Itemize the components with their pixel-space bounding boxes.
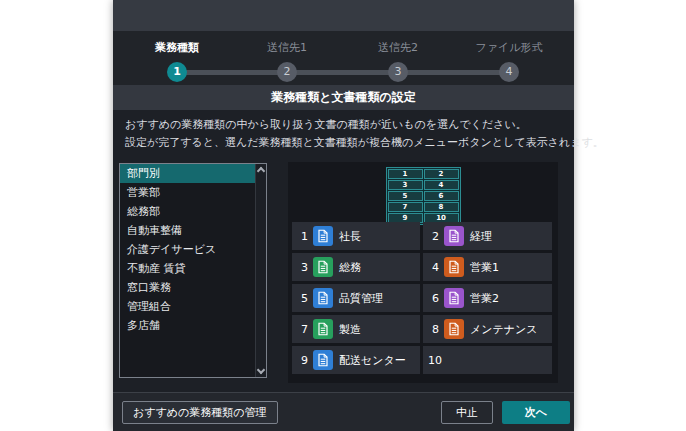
- step-indicator: 業務種類 1 送信先1 2 送信先2 3 ファイル形式 4: [113, 31, 574, 85]
- list-item-category[interactable]: 総務部: [120, 202, 255, 221]
- grid-cell: 5: [388, 191, 423, 201]
- step-label: 送信先1: [232, 40, 342, 55]
- description-line-1: おすすめの業務種類の中から取り扱う文書の種類が近いものを選んでください。: [125, 117, 527, 132]
- grid-cell: 4: [424, 180, 459, 190]
- document-number: 10: [428, 354, 442, 367]
- document-label: 総務: [339, 260, 361, 275]
- document-label: 配送センター: [339, 353, 406, 368]
- scroll-up-icon[interactable]: [257, 167, 265, 175]
- next-button[interactable]: 次へ: [502, 401, 570, 424]
- window-titlebar: [113, 0, 574, 31]
- document-preview-item: 5品質管理: [292, 284, 420, 312]
- grid-cell: 6: [424, 191, 459, 201]
- step-destination-2: 送信先2 3: [343, 31, 453, 55]
- document-icon: [313, 226, 333, 246]
- document-icon: [313, 319, 333, 339]
- document-number: 6: [428, 292, 439, 305]
- document-label: メンテナンス: [470, 322, 538, 337]
- step-label: 送信先2: [343, 40, 453, 55]
- document-icon: [444, 226, 464, 246]
- grid-cell: 3: [388, 180, 423, 190]
- list-item-category[interactable]: 営業部: [120, 183, 255, 202]
- document-label: 社長: [339, 229, 361, 244]
- document-preview-item: 3総務: [292, 253, 420, 281]
- list-item-category[interactable]: 自動車整備: [120, 221, 255, 240]
- document-number: 8: [428, 323, 439, 336]
- document-icon: [313, 257, 333, 277]
- document-preview-item: 6営業2: [423, 284, 552, 312]
- document-label: 経理: [470, 229, 492, 244]
- step-label: 業務種類: [122, 40, 232, 55]
- document-number: 2: [428, 230, 439, 243]
- step-connector-line: [177, 70, 509, 75]
- list-item-category[interactable]: 部門別: [120, 164, 255, 183]
- document-icon: [313, 288, 333, 308]
- list-item-category[interactable]: 多店舗: [120, 316, 255, 335]
- step-number-badge: 2: [277, 62, 297, 82]
- document-icon: [313, 350, 333, 370]
- document-preview-item: 1社長: [292, 222, 420, 250]
- step-file-format: ファイル形式 4: [454, 31, 564, 55]
- document-label: 製造: [339, 322, 361, 337]
- document-preview-item: 4営業1: [423, 253, 552, 281]
- manage-recommended-types-button[interactable]: おすすめの業務種類の管理: [122, 401, 278, 424]
- grid-cell: 8: [424, 202, 459, 212]
- list-item-category[interactable]: 不動産 賃貸: [120, 259, 255, 278]
- document-preview-item: 8メンテナンス: [423, 315, 552, 343]
- document-number: 5: [297, 292, 308, 305]
- cancel-button[interactable]: 中止: [441, 401, 493, 424]
- document-number: 1: [297, 230, 308, 243]
- grid-cell: 1: [388, 169, 423, 179]
- document-number: 4: [428, 261, 439, 274]
- document-label: 品質管理: [339, 291, 383, 306]
- document-preview-item: 9配送センター: [292, 346, 420, 374]
- document-preview-item: 7製造: [292, 315, 420, 343]
- list-item-category[interactable]: 管理組合: [120, 297, 255, 316]
- document-label: 営業2: [470, 291, 499, 306]
- page-title: 業務種類と文書種類の設定: [113, 85, 574, 110]
- document-icon: [444, 319, 464, 339]
- step-destination-1: 送信先1 2: [232, 31, 342, 55]
- document-icon: [444, 257, 464, 277]
- document-icon: [444, 288, 464, 308]
- description-line-2: 設定が完了すると、選んだ業務種類と文書種類が複合機のメニューボタンとして表示され…: [125, 135, 604, 150]
- content-area: おすすめの業務種類の中から取り扱う文書の種類が近いものを選んでください。 設定が…: [113, 110, 574, 392]
- list-item-category[interactable]: 介護デイサービス: [120, 240, 255, 259]
- document-preview-item: 10: [423, 346, 552, 374]
- business-category-list: 部門別 営業部 総務部 自動車整備 介護デイサービス 不動産 賃貸 窓口業務 管…: [119, 163, 267, 378]
- scroll-down-icon[interactable]: [257, 366, 265, 374]
- document-number: 7: [297, 323, 308, 336]
- step-number-badge: 3: [388, 62, 408, 82]
- document-number: 3: [297, 261, 308, 274]
- list-scrollbar[interactable]: [255, 164, 266, 377]
- grid-cell: 7: [388, 202, 423, 212]
- button-layout-preview-grid: 1 2 3 4 5 6 7 8 9 10: [386, 167, 461, 225]
- preview-panel: 1 2 3 4 5 6 7 8 9 10: [288, 162, 558, 383]
- list-item-category[interactable]: 窓口業務: [120, 278, 255, 297]
- step-business-type: 業務種類 1: [122, 31, 232, 55]
- document-label: 営業1: [470, 260, 499, 275]
- document-preview-item: 2経理: [423, 222, 552, 250]
- step-number-badge: 4: [499, 62, 519, 82]
- step-label: ファイル形式: [454, 40, 564, 55]
- document-number: 9: [297, 354, 308, 367]
- step-number-badge: 1: [167, 62, 187, 82]
- footer-bar: おすすめの業務種類の管理 中止 次へ: [113, 392, 574, 431]
- document-type-list: 1社長2経理3総務4営業15品質管理6営業27製造8メンテナンス9配送センター1…: [292, 222, 552, 374]
- grid-cell: 2: [424, 169, 459, 179]
- setup-wizard-dialog: 業務種類 1 送信先1 2 送信先2 3 ファイル形式 4 業務種類と文書種類の…: [113, 0, 574, 431]
